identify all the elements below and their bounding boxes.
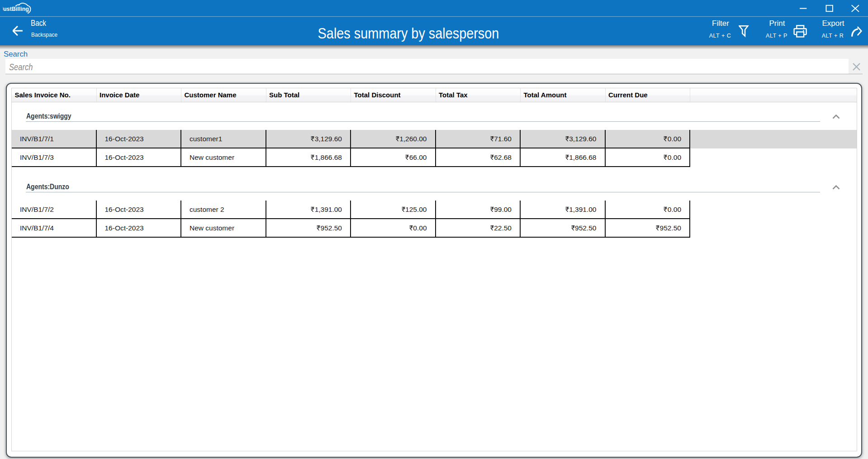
svg-text:JustBilling: JustBilling — [3, 5, 29, 12]
